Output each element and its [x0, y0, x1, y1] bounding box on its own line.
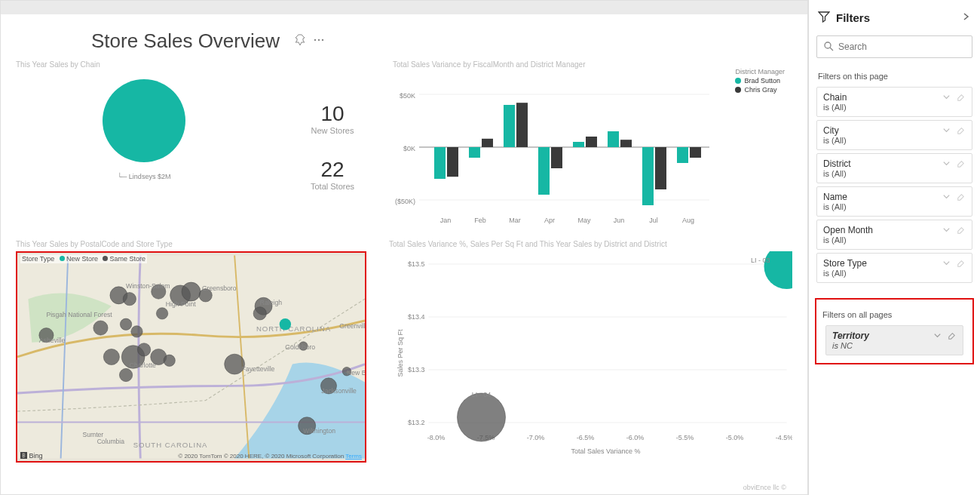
svg-text:Jacksonville: Jacksonville — [321, 387, 357, 395]
chevron-down-icon[interactable] — [942, 225, 951, 244]
svg-point-46 — [131, 326, 142, 337]
svg-text:Mar: Mar — [509, 217, 521, 224]
filters-page-section: Filters on this page — [809, 66, 980, 84]
svg-text:High Point: High Point — [166, 300, 196, 308]
pin-icon[interactable] — [295, 34, 307, 48]
more-icon[interactable] — [313, 34, 325, 48]
filter-card-open-month[interactable]: Open Monthis (All) — [816, 220, 972, 250]
chevron-down-icon[interactable] — [942, 158, 951, 178]
chevron-down-icon[interactable] — [942, 258, 951, 278]
filters-search[interactable] — [816, 35, 972, 58]
svg-point-99 — [825, 42, 831, 48]
svg-point-50 — [137, 343, 150, 356]
svg-text:Wilmington: Wilmington — [303, 427, 335, 435]
svg-text:Jun: Jun — [614, 217, 625, 224]
svg-text:SOUTH CAROLINA: SOUTH CAROLINA — [133, 441, 208, 449]
svg-point-52 — [164, 355, 175, 366]
svg-rect-22 — [642, 147, 654, 205]
svg-text:$13.5: $13.5 — [408, 260, 425, 268]
svg-text:$13.4: $13.4 — [408, 313, 425, 321]
donut-visual[interactable]: This Year Sales by Chain └─ Lindseys $2M — [1, 60, 287, 232]
filter-card-store-type[interactable]: Store Typeis (All) — [816, 253, 972, 283]
svg-text:Asheville: Asheville — [39, 337, 66, 344]
svg-point-56 — [253, 307, 266, 320]
kpi-total-stores[interactable]: 22 Total Stores — [287, 158, 378, 191]
svg-rect-20 — [608, 131, 619, 147]
svg-text:Pisgah National Forest: Pisgah National Forest — [46, 311, 112, 318]
svg-point-95 — [458, 393, 506, 441]
filter-card-chain[interactable]: Chainis (All) — [816, 87, 972, 117]
svg-rect-24 — [677, 147, 688, 163]
svg-rect-13 — [482, 139, 493, 147]
svg-text:Columbia: Columbia — [97, 438, 125, 445]
svg-text:Jan: Jan — [440, 217, 452, 224]
scatter-title: Total Sales Variance %, Sales Per Sq Ft … — [389, 240, 792, 248]
svg-point-44 — [93, 321, 108, 335]
svg-rect-25 — [690, 147, 701, 158]
svg-text:Jul: Jul — [649, 217, 658, 224]
map-title: This Year Sales by PostalCode and Store … — [16, 240, 366, 248]
svg-text:-8.0%: -8.0% — [427, 434, 446, 441]
svg-text:Winston-Salem: Winston-Salem — [126, 282, 170, 290]
filter-card-territory[interactable]: Territory is NC — [825, 325, 963, 355]
collapse-icon[interactable] — [960, 11, 971, 24]
eraser-icon[interactable] — [956, 92, 966, 112]
bar-chart-legend: District Manager Brad Sutton Chris Gray — [735, 68, 785, 95]
eraser-icon[interactable] — [947, 331, 957, 350]
svg-text:-7.0%: -7.0% — [527, 434, 545, 441]
svg-point-48 — [103, 349, 119, 364]
svg-rect-11 — [447, 147, 458, 177]
svg-rect-21 — [620, 140, 632, 147]
svg-line-100 — [830, 48, 833, 51]
page-title: Store Sales Overview — [91, 29, 280, 53]
svg-text:-5.5%: -5.5% — [676, 434, 694, 441]
map-visual[interactable]: Store Type New Store Same Store — [16, 251, 366, 463]
filters-pane: Filters Filters on this page Chainis (Al… — [808, 0, 980, 495]
donut-title: This Year Sales by Chain — [16, 60, 272, 69]
eraser-icon[interactable] — [956, 225, 966, 244]
svg-text:Greenville: Greenville — [339, 322, 365, 330]
svg-text:-6.5%: -6.5% — [577, 434, 595, 441]
eraser-icon[interactable] — [956, 158, 966, 178]
svg-point-1 — [318, 39, 320, 41]
map-legend: Store Type New Store Same Store — [20, 254, 147, 263]
svg-rect-12 — [469, 147, 480, 158]
svg-text:Sumter: Sumter — [82, 431, 103, 438]
chevron-down-icon[interactable] — [942, 192, 951, 211]
svg-text:NORTH CAROLINA: NORTH CAROLINA — [256, 324, 331, 333]
chevron-down-icon[interactable] — [933, 331, 942, 350]
eraser-icon[interactable] — [956, 125, 966, 145]
svg-point-2 — [322, 39, 323, 41]
svg-text:LI - 03: LI - 03 — [751, 257, 770, 264]
filter-card-name[interactable]: Nameis (All) — [816, 186, 972, 217]
eraser-icon[interactable] — [956, 258, 966, 278]
svg-point-57 — [280, 318, 291, 330]
svg-text:Fayetteville: Fayetteville — [242, 365, 275, 373]
svg-text:-5.0%: -5.0% — [726, 434, 744, 441]
svg-point-0 — [314, 39, 316, 41]
svg-text:$0K: $0K — [403, 145, 415, 152]
filter-card-city[interactable]: Cityis (All) — [816, 120, 972, 150]
chevron-down-icon[interactable] — [942, 92, 951, 112]
kpi-new-stores[interactable]: 10 New Stores — [287, 102, 378, 135]
bar-chart-visual[interactable]: Total Sales Variance by FiscalMonth and … — [378, 60, 807, 232]
svg-text:Charlotte: Charlotte — [130, 361, 156, 369]
svg-text:$50K: $50K — [400, 92, 415, 100]
top-ribbon — [1, 1, 807, 14]
brand-footer: obviEnce llc © — [743, 484, 786, 491]
svg-point-42 — [182, 282, 201, 301]
filters-all-section: Filters on all pages — [818, 304, 971, 322]
eraser-icon[interactable] — [956, 192, 966, 211]
svg-text:Apr: Apr — [544, 217, 555, 224]
svg-text:New Bern: New Bern — [347, 369, 365, 377]
svg-text:Aug: Aug — [682, 217, 694, 224]
map-provider: 🅱 Bing — [20, 452, 43, 460]
svg-text:$13.2: $13.2 — [408, 419, 425, 426]
svg-rect-15 — [516, 103, 528, 147]
map-terms-link[interactable]: Terms — [345, 453, 362, 460]
scatter-visual[interactable]: Total Sales Variance %, Sales Per Sq Ft … — [374, 240, 807, 463]
filters-search-input[interactable] — [838, 42, 966, 52]
chevron-down-icon[interactable] — [942, 125, 951, 145]
filter-card-district[interactable]: Districtis (All) — [816, 153, 972, 183]
search-icon — [823, 41, 834, 54]
